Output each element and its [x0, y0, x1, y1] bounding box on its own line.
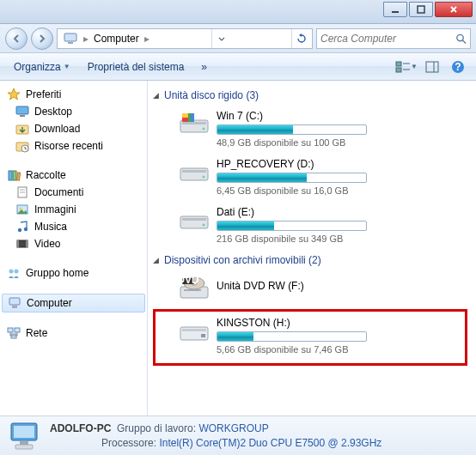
- help-button[interactable]: ?: [447, 58, 469, 76]
- drive-subtext: 6,45 GB disponibile su 16,0 GB: [217, 185, 464, 196]
- minimize-button[interactable]: [383, 2, 407, 17]
- cpu-value: Intel(R) Core(TM)2 Duo CPU E7500 @ 2.93G…: [159, 437, 381, 449]
- back-button[interactable]: [5, 27, 27, 50]
- maximize-button[interactable]: [409, 2, 433, 17]
- nav-label: Download: [34, 123, 80, 135]
- collapse-icon: ◢: [153, 256, 159, 264]
- collapse-icon: ◢: [153, 91, 159, 100]
- sidebar-item-pictures[interactable]: Immagini: [0, 201, 147, 218]
- svg-rect-3: [68, 42, 73, 44]
- sidebar-item-download[interactable]: Download: [0, 120, 147, 137]
- drive-subtext: 48,9 GB disponibile su 100 GB: [217, 137, 464, 148]
- sidebar-item-desktop[interactable]: Desktop: [0, 103, 147, 120]
- computer-icon: [63, 31, 78, 46]
- nav-label: Video: [34, 238, 60, 250]
- drive-name: KINGSTON (H:): [217, 317, 461, 329]
- network-label: Rete: [26, 327, 47, 339]
- address-bar[interactable]: ▸ Computer ▸: [57, 28, 313, 49]
- sidebar-item-video[interactable]: Video: [0, 235, 147, 252]
- svg-rect-64: [15, 445, 33, 449]
- svg-rect-44: [191, 113, 194, 122]
- network-header[interactable]: Rete: [0, 325, 147, 342]
- group-header-removable[interactable]: ◢ Dispositivi con archivi rimovibili (2): [153, 251, 467, 271]
- drive-name: Unità DVD RW (F:): [217, 280, 464, 292]
- sidebar-item-music[interactable]: Musica: [0, 218, 147, 235]
- favorites-header[interactable]: Preferiti: [0, 86, 147, 103]
- drive-subtext: 216 GB disponibile su 349 GB: [217, 234, 464, 244]
- drive-item-dvd[interactable]: DVD Unità DVD RW (F:): [153, 271, 467, 307]
- svg-rect-47: [182, 170, 206, 173]
- svg-rect-30: [17, 240, 19, 247]
- nav-label: Documenti: [34, 186, 83, 198]
- svg-point-51: [203, 224, 205, 227]
- svg-point-32: [9, 270, 14, 274]
- svg-rect-36: [8, 328, 13, 332]
- capacity-bar: [217, 173, 367, 183]
- svg-rect-15: [20, 115, 25, 117]
- pc-name: ADOLFO-PC: [50, 422, 111, 434]
- organize-label: Organizza: [14, 61, 61, 73]
- download-icon: [15, 122, 29, 136]
- close-button[interactable]: [435, 2, 473, 17]
- star-icon: [7, 88, 21, 101]
- svg-rect-6: [396, 62, 401, 66]
- window-titlebar: [0, 0, 476, 24]
- svg-rect-19: [9, 171, 12, 180]
- drive-name: Win 7 (C:): [217, 110, 464, 122]
- svg-point-28: [24, 228, 27, 231]
- favorites-label: Preferiti: [26, 88, 61, 100]
- drive-name: HP_RECOVERY (D:): [217, 158, 464, 170]
- nav-label: Desktop: [34, 106, 72, 118]
- drive-item-d[interactable]: HP_RECOVERY (D:) 6,45 GB disponibile su …: [153, 155, 467, 203]
- svg-rect-60: [201, 334, 205, 337]
- drive-name: Dati (E:): [217, 206, 464, 218]
- address-dropdown[interactable]: [211, 29, 230, 48]
- drive-subtext: 5,66 GB disponibile su 7,46 GB: [217, 344, 461, 355]
- libraries-label: Raccolte: [26, 169, 66, 181]
- svg-point-48: [203, 176, 205, 179]
- drive-item-e[interactable]: Dati (E:) 216 GB disponibile su 349 GB: [153, 203, 467, 251]
- pictures-icon: [15, 203, 29, 216]
- svg-rect-63: [20, 441, 28, 445]
- svg-rect-37: [15, 328, 20, 332]
- chevron-down-icon: ▼: [64, 63, 70, 70]
- svg-rect-20: [13, 171, 16, 180]
- drive-item-c[interactable]: Win 7 (C:) 48,9 GB disponibile su 100 GB: [153, 106, 467, 155]
- svg-rect-40: [182, 122, 206, 124]
- preview-pane-button[interactable]: [421, 58, 443, 76]
- group-header-hdd[interactable]: ◢ Unità disco rigido (3): [153, 86, 467, 106]
- search-input[interactable]: [320, 33, 455, 45]
- sidebar-item-documents[interactable]: Documenti: [0, 184, 147, 201]
- forward-button[interactable]: [31, 27, 53, 50]
- desktop-icon: [15, 105, 29, 118]
- homegroup-header[interactable]: Gruppo home: [0, 264, 147, 282]
- breadcrumb-computer[interactable]: Computer: [90, 33, 143, 45]
- chevron-right-icon: ▸: [82, 33, 90, 45]
- capacity-bar: [217, 124, 367, 135]
- svg-rect-0: [392, 11, 399, 13]
- svg-point-4: [457, 34, 463, 40]
- sidebar-item-recent[interactable]: Risorse recenti: [0, 137, 147, 155]
- sidebar-item-computer[interactable]: Computer: [2, 294, 145, 312]
- system-properties-button[interactable]: Proprietà del sistema: [81, 58, 192, 76]
- svg-point-41: [203, 128, 205, 130]
- search-box[interactable]: [316, 28, 471, 49]
- svg-text:DVD: DVD: [179, 275, 199, 286]
- chevron-right-icon: ▸: [143, 33, 151, 45]
- video-icon: [15, 237, 29, 251]
- libraries-header[interactable]: Raccolte: [0, 167, 147, 184]
- dvd-drive-icon: DVD: [179, 275, 210, 300]
- removable-drive-icon: [179, 317, 210, 343]
- computer-icon: [8, 296, 21, 310]
- documents-icon: [15, 185, 29, 199]
- view-options-button[interactable]: ▼: [395, 58, 418, 76]
- refresh-button[interactable]: [291, 29, 310, 48]
- svg-rect-35: [12, 306, 17, 308]
- toolbar-overflow[interactable]: »: [194, 58, 214, 76]
- more-label: »: [201, 61, 207, 73]
- organize-menu[interactable]: Organizza▼: [7, 58, 77, 76]
- search-icon: [455, 33, 467, 45]
- drive-item-kingston[interactable]: KINGSTON (H:) 5,66 GB disponibile su 7,4…: [153, 309, 467, 366]
- capacity-bar: [217, 221, 367, 231]
- capacity-bar: [217, 331, 367, 342]
